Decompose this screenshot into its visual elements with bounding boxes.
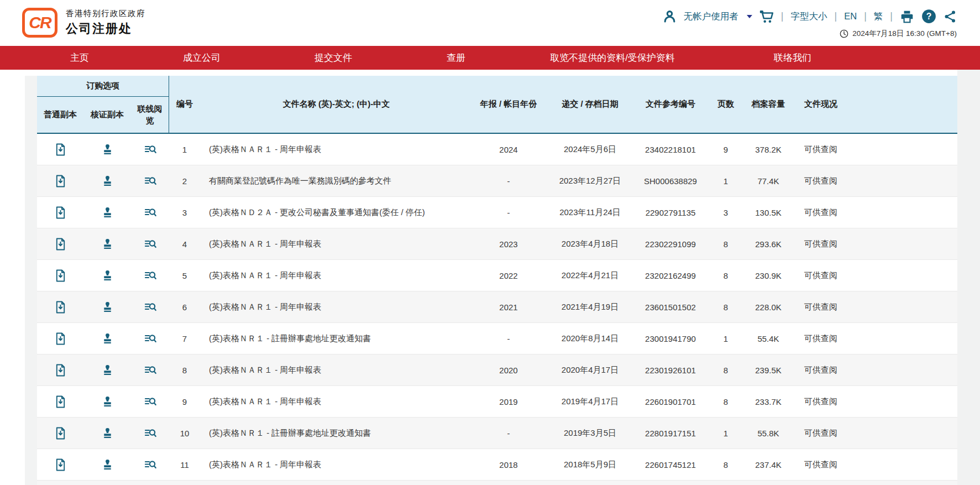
file-size: 378.2K <box>746 145 790 154</box>
filing-date: 2020年8月14日 <box>544 333 636 344</box>
page-count: 8 <box>705 303 746 312</box>
online-view-button[interactable] <box>142 172 159 190</box>
help-icon[interactable]: ? <box>921 9 936 24</box>
plain-copy-download-button[interactable] <box>52 393 69 410</box>
column-header-reference: 文件参考编号 <box>636 76 705 133</box>
nav-item-incorporation[interactable]: 成立公司 <box>183 46 221 70</box>
plain-copy-download-button[interactable] <box>52 299 69 316</box>
online-view-button[interactable] <box>142 204 159 221</box>
nav-item-protected-info[interactable]: 取览不提供的资料/受保护资料 <box>550 46 675 70</box>
document-reference: 22601901701 <box>636 397 705 406</box>
search-list-icon <box>144 174 157 187</box>
table-row: 11 (英)表格ＮＡＲ１ - 周年申報表 2018 2018年5月9日 2260… <box>37 449 957 481</box>
file-download-icon <box>54 206 67 219</box>
certified-copy-button[interactable] <box>99 362 116 379</box>
report-year: 2019 <box>473 397 544 406</box>
government-name: 香港特别行政区政府 <box>66 8 145 19</box>
search-list-icon <box>144 237 157 251</box>
online-view-button[interactable] <box>142 235 159 253</box>
page-count: 8 <box>705 460 746 470</box>
plain-copy-download-button[interactable] <box>52 236 69 253</box>
user-menu[interactable]: 无帐户使用者 <box>684 11 738 23</box>
report-year: 2021 <box>473 303 544 312</box>
nav-item-search[interactable]: 查册 <box>447 46 465 70</box>
certified-copy-button[interactable] <box>99 173 116 190</box>
plain-copy-download-button[interactable] <box>52 425 69 442</box>
certified-copy-button[interactable] <box>99 299 116 316</box>
report-year: - <box>473 208 544 217</box>
stamp-icon <box>101 332 114 345</box>
clock-icon <box>840 29 848 38</box>
column-header-number: 编号 <box>169 76 200 133</box>
online-view-button[interactable] <box>142 298 159 316</box>
certified-copy-button[interactable] <box>99 236 116 253</box>
page-count: 8 <box>705 271 746 280</box>
lang-traditional-link[interactable]: 繁 <box>874 11 883 23</box>
stamp-icon <box>101 238 114 251</box>
plain-copy-download-button[interactable] <box>52 204 69 221</box>
certified-copy-button[interactable] <box>99 330 116 347</box>
nav-item-home[interactable]: 主页 <box>70 46 89 70</box>
table-row: 2 有關商業登記號碼作為唯一業務識別碼的參考文件 - 2023年12月27日 S… <box>37 165 957 197</box>
online-view-button[interactable] <box>142 361 159 379</box>
online-view-button[interactable] <box>142 140 159 158</box>
document-reference: 22601745121 <box>636 460 705 470</box>
search-list-icon <box>144 143 157 156</box>
file-download-icon <box>54 458 67 471</box>
table-row: 3 (英)表格ＮＤ２Ａ - 更改公司秘書及董事通知書(委任 / 停任) - 20… <box>37 197 957 228</box>
plain-copy-download-button[interactable] <box>52 362 69 379</box>
row-number: 2 <box>169 176 200 186</box>
document-reference: 23001941790 <box>636 334 705 343</box>
user-icon[interactable] <box>663 9 677 23</box>
document-reference: 22801917151 <box>636 429 705 438</box>
filing-date: 2021年4月19日 <box>544 302 636 312</box>
row-number: 4 <box>169 239 200 249</box>
document-index-table: 订购选项 普通副本 核证副本 联线阅览 编号 文件名称 (英)-英文; (中)-… <box>37 76 957 485</box>
certified-copy-button[interactable] <box>99 456 116 473</box>
file-size: 77.4K <box>746 176 790 186</box>
plain-copy-download-button[interactable] <box>52 456 69 473</box>
status-text: 可供查阅 <box>790 144 851 155</box>
certified-copy-button[interactable] <box>99 141 116 158</box>
table-row: 7 (英)表格ＮＲ１ - 註冊辦事處地址更改通知書 - 2020年8月14日 2… <box>37 323 957 354</box>
page-count: 3 <box>705 208 746 217</box>
online-view-button[interactable] <box>142 456 159 473</box>
filing-date: 2023年11月24日 <box>544 207 636 218</box>
online-view-button[interactable] <box>142 267 159 284</box>
certified-copy-button[interactable] <box>99 204 116 221</box>
table-row: 10 (英)表格ＮＲ１ - 註冊辦事處地址更改通知書 - 2019年3月5日 2… <box>37 418 957 449</box>
filing-date: 2022年4月21日 <box>544 270 636 281</box>
search-list-icon <box>144 426 157 440</box>
brand[interactable]: CR 香港特别行政区政府 公司注册处 <box>22 8 145 38</box>
share-icon[interactable] <box>944 10 957 23</box>
filing-date: 2019年3月5日 <box>544 428 636 439</box>
search-list-icon <box>144 458 157 471</box>
font-size-link[interactable]: 字型大小 <box>791 11 827 23</box>
plain-copy-download-button[interactable] <box>52 267 69 284</box>
plain-copy-download-button[interactable] <box>52 141 69 158</box>
page-count: 1 <box>705 334 746 343</box>
cart-icon[interactable] <box>759 9 774 24</box>
certified-copy-button[interactable] <box>99 267 116 284</box>
plain-copy-download-button[interactable] <box>52 330 69 347</box>
file-download-icon <box>54 395 67 408</box>
document-reference: 23402218101 <box>636 145 705 154</box>
document-name: (英)表格ＮＲ１ - 註冊辦事處地址更改通知書 <box>200 428 473 439</box>
nav-item-filing[interactable]: 提交文件 <box>315 46 352 70</box>
right-gutter <box>957 70 980 485</box>
print-icon[interactable] <box>900 9 914 24</box>
file-size: 55.4K <box>746 334 790 343</box>
online-view-button[interactable] <box>142 330 159 347</box>
svg-text:?: ? <box>926 12 932 21</box>
plain-copy-download-button[interactable] <box>52 173 69 190</box>
nav-item-contact[interactable]: 联络我们 <box>774 46 811 70</box>
certified-copy-button[interactable] <box>99 393 116 410</box>
search-list-icon <box>144 300 157 314</box>
file-download-icon <box>54 332 67 345</box>
chevron-down-icon[interactable] <box>747 15 752 18</box>
lang-en-link[interactable]: EN <box>844 11 857 22</box>
online-view-button[interactable] <box>142 393 159 410</box>
table-row: 6 (英)表格ＮＡＲ１ - 周年申報表 2021 2021年4月19日 2360… <box>37 291 957 323</box>
certified-copy-button[interactable] <box>99 425 116 442</box>
online-view-button[interactable] <box>142 424 159 442</box>
